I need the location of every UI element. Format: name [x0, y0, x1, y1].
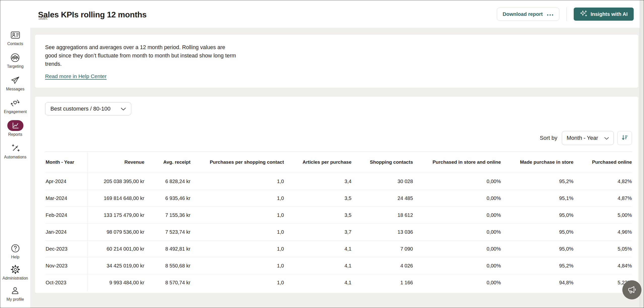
cell-purchases-per-contact: 1,0	[190, 241, 284, 257]
cell-avg-receipt: 8 492,81 kr	[144, 241, 190, 257]
cell-purchased-online: 4,87%	[573, 190, 632, 207]
cell-purchases-per-contact: 1,0	[190, 207, 284, 224]
cell-month: Dec-2023	[45, 241, 87, 257]
download-report-button[interactable]: Download report	[497, 8, 559, 21]
sidebar-item-administration[interactable]: Administration	[3, 264, 28, 281]
page-title: Sales KPIs rolling 12 months	[38, 10, 147, 19]
cell-avg-receipt: 8 570,74 kr	[144, 274, 190, 291]
cell-month: Nov-2023	[45, 257, 87, 274]
description-card: See aggregations and averages over a 12 …	[35, 35, 638, 88]
cell-shopping-contacts: 30 028	[351, 173, 413, 190]
header-divider	[566, 7, 567, 21]
cell-purchases-per-contact: 1,0	[190, 173, 284, 190]
cell-shopping-contacts: 4 026	[351, 257, 413, 274]
sidebar-item-automations[interactable]: Automations	[4, 143, 26, 159]
line-chart-icon	[7, 120, 23, 131]
sort-dropdown[interactable]: Month - Year	[562, 131, 614, 145]
sidebar-item-help[interactable]: Help	[7, 243, 23, 259]
sidebar: Contacts Targeting	[0, 0, 30, 308]
kpi-table-header: Month - Year Revenue Avg. receipt Purcha…	[45, 152, 632, 173]
sidebar-item-label: Administration	[3, 276, 28, 281]
sidebar-item-my-profile[interactable]: My profile	[7, 285, 24, 302]
sidebar-item-label: Help	[11, 255, 19, 259]
cell-purchased-store-online: 0,00%	[413, 173, 501, 190]
cell-articles-per-purchase: 4,1	[284, 241, 351, 257]
cell-month: Mar-2024	[45, 190, 87, 207]
sidebar-item-contacts[interactable]: Contacts	[7, 29, 23, 46]
cell-revenue: 205 038 395,00 kr	[87, 173, 144, 190]
cell-made-purchase-store: 95,0%	[501, 224, 573, 241]
cell-month: Feb-2024	[45, 207, 87, 224]
cell-purchases-per-contact: 1,0	[190, 224, 284, 241]
sidebar-item-targeting[interactable]: Targeting	[7, 52, 24, 69]
sidebar-item-engagement[interactable]: Engagement	[4, 97, 27, 114]
kpi-table: Month - Year Revenue Avg. receipt Purcha…	[45, 151, 632, 291]
cell-purchased-store-online: 0,00%	[413, 257, 501, 274]
cell-avg-receipt: 6 828,24 kr	[144, 173, 190, 190]
cell-avg-receipt: 6 935,46 kr	[144, 190, 190, 207]
table-row: Dec-2023 60 214 001,00 kr 8 492,81 kr 1,…	[45, 241, 632, 257]
sidebar-bottom-nav: Help	[0, 243, 30, 306]
cell-shopping-contacts: 7 090	[351, 241, 413, 257]
cell-articles-per-purchase: 3,4	[284, 173, 351, 190]
cell-purchased-store-online: 0,00%	[413, 224, 501, 241]
segment-dropdown[interactable]: Best customers / 80-100	[45, 102, 131, 115]
cell-avg-receipt: 8 550,68 kr	[144, 257, 190, 274]
app-window: Sales KPIs rolling 12 months Start Downl…	[0, 0, 644, 308]
people-circle-icon	[7, 52, 23, 63]
cell-purchased-store-online: 0,00%	[413, 207, 501, 224]
sort-direction-button[interactable]	[617, 131, 632, 145]
cell-revenue: 9 993 484,00 kr	[87, 274, 144, 291]
cell-avg-receipt: 7 155,36 kr	[144, 207, 190, 224]
cell-articles-per-purchase: 3,7	[284, 224, 351, 241]
sort-controls: Sort by Month - Year	[45, 131, 632, 145]
column-header: Purchased in store and online	[413, 152, 501, 173]
header-actions: Download report	[497, 7, 634, 21]
contact-card-icon	[7, 29, 23, 40]
announcements-fab[interactable]	[622, 280, 641, 299]
cell-made-purchase-store: 95,0%	[501, 207, 573, 224]
column-header: Avg. receipt	[144, 152, 190, 173]
question-circle-icon	[7, 243, 23, 254]
column-header: Shopping contacts	[351, 152, 413, 173]
cell-purchased-online: 5,05%	[573, 241, 632, 257]
cell-articles-per-purchase: 4,1	[284, 274, 351, 291]
sidebar-item-messages[interactable]: Messages	[6, 75, 24, 91]
cell-purchases-per-contact: 1,0	[190, 190, 284, 207]
breadcrumb[interactable]: Start	[38, 16, 47, 21]
insights-with-ai-label: Insights with AI	[591, 11, 628, 17]
table-row: Oct-2023 9 993 484,00 kr 8 570,74 kr 1,0…	[45, 274, 632, 291]
cell-purchased-store-online: 0,00%	[413, 190, 501, 207]
sort-by-label: Sort by	[540, 135, 557, 141]
sidebar-main-nav: Contacts Targeting	[0, 29, 30, 165]
sort-dropdown-value: Month - Year	[567, 135, 598, 141]
vertical-scrollbar[interactable]	[640, 0, 644, 308]
top-header: Sales KPIs rolling 12 months Start Downl…	[0, 0, 640, 28]
insights-with-ai-button[interactable]: Insights with AI	[574, 8, 634, 21]
kebab-menu-icon[interactable]	[547, 11, 554, 17]
cell-purchased-online: 4,96%	[573, 224, 632, 241]
cell-made-purchase-store: 95,2%	[501, 257, 573, 274]
cell-month: Oct-2023	[45, 274, 87, 291]
cell-shopping-contacts: 1 166	[351, 274, 413, 291]
column-header: Articles per purchase	[284, 152, 351, 173]
cell-made-purchase-store: 95,0%	[501, 241, 573, 257]
sidebar-item-label: My profile	[7, 297, 24, 302]
sidebar-item-label: Messages	[6, 87, 24, 91]
sidebar-item-reports[interactable]: Reports	[7, 120, 23, 137]
cell-made-purchase-store: 94,8%	[501, 274, 573, 291]
cell-purchased-online: 4,82%	[573, 173, 632, 190]
gear-icon	[7, 264, 23, 275]
table-row: Nov-2023 34 425 019,00 kr 8 550,68 kr 1,…	[45, 257, 632, 274]
heart-sync-icon	[7, 97, 23, 108]
cell-purchases-per-contact: 1,0	[190, 257, 284, 274]
chevron-down-icon	[121, 106, 126, 112]
cell-shopping-contacts: 18 612	[351, 207, 413, 224]
cell-made-purchase-store: 95,1%	[501, 190, 573, 207]
column-header: Purchased online	[573, 152, 632, 173]
cell-month: Apr-2024	[45, 173, 87, 190]
cell-revenue: 169 814 648,00 kr	[87, 190, 144, 207]
paper-plane-icon	[7, 75, 23, 86]
help-center-link[interactable]: Read more in Help Center	[45, 73, 107, 79]
column-header: Purchases per shopping contact	[190, 152, 284, 173]
